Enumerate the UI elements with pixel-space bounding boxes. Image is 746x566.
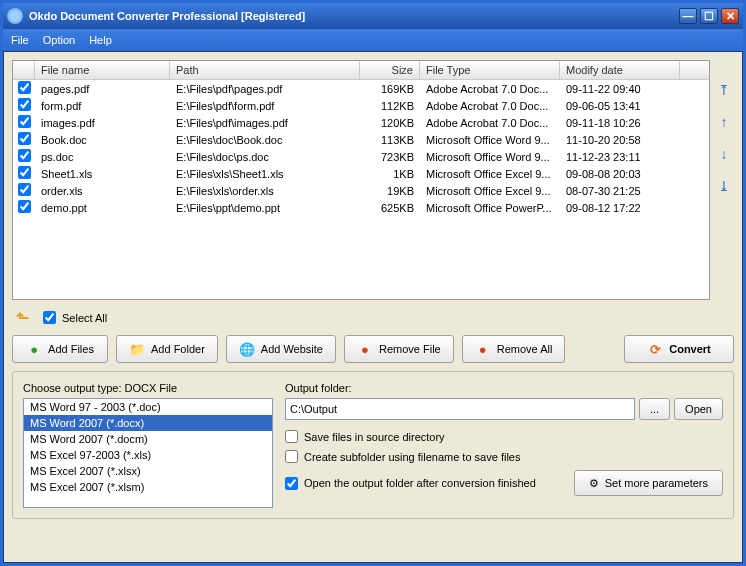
file-path: E:\Files\pdf\images.pdf (170, 116, 360, 130)
file-size: 113KB (360, 133, 420, 147)
add-files-button[interactable]: ●Add Files (12, 335, 108, 363)
create-subfolder-label: Create subfolder using filename to save … (304, 451, 520, 463)
file-list: File name Path Size File Type Modify dat… (12, 60, 710, 300)
close-button[interactable]: ✕ (721, 8, 739, 24)
convert-icon: ⟳ (647, 341, 663, 357)
convert-button[interactable]: ⟳Convert (624, 335, 734, 363)
file-date: 09-08-08 20:03 (560, 167, 680, 181)
file-type: Microsoft Office PowerP... (420, 201, 560, 215)
table-row[interactable]: Sheet1.xlsE:\Files\xls\Sheet1.xls1KBMicr… (13, 165, 709, 182)
file-checkbox[interactable] (18, 98, 31, 111)
file-size: 120KB (360, 116, 420, 130)
col-path[interactable]: Path (170, 61, 360, 79)
content-area: File name Path Size File Type Modify dat… (3, 51, 743, 563)
folder-up-icon[interactable]: ⬑ (16, 308, 29, 327)
output-type-option[interactable]: MS Excel 2007 (*.xlsx) (24, 463, 272, 479)
file-size: 1KB (360, 167, 420, 181)
file-name: Book.doc (35, 133, 170, 147)
file-type: Microsoft Office Word 9... (420, 133, 560, 147)
file-type: Microsoft Office Word 9... (420, 150, 560, 164)
open-after-label: Open the output folder after conversion … (304, 477, 536, 489)
output-type-option[interactable]: MS Excel 97-2003 (*.xls) (24, 447, 272, 463)
set-more-parameters-button[interactable]: ⚙Set more parameters (574, 470, 723, 496)
titlebar: Okdo Document Converter Professional [Re… (3, 3, 743, 29)
file-date: 09-06-05 13:41 (560, 99, 680, 113)
remove-file-button[interactable]: ●Remove File (344, 335, 454, 363)
file-name: demo.ppt (35, 201, 170, 215)
add-website-button[interactable]: 🌐Add Website (226, 335, 336, 363)
save-in-source-label: Save files in source directory (304, 431, 445, 443)
col-name[interactable]: File name (35, 61, 170, 79)
app-logo-icon (7, 8, 23, 24)
file-checkbox[interactable] (18, 200, 31, 213)
col-type[interactable]: File Type (420, 61, 560, 79)
reorder-buttons: ⤒ ↑ ↓ ⤓ (714, 60, 734, 300)
minus-icon: ● (357, 341, 373, 357)
col-date[interactable]: Modify date (560, 61, 680, 79)
select-all-checkbox[interactable] (43, 311, 56, 324)
file-path: E:\Files\pdf\form.pdf (170, 99, 360, 113)
output-type-option[interactable]: MS Excel 2007 (*.xlsm) (24, 479, 272, 495)
file-checkbox[interactable] (18, 149, 31, 162)
file-date: 11-12-23 23:11 (560, 150, 680, 164)
file-path: E:\Files\ppt\demo.ppt (170, 201, 360, 215)
select-all-label: Select All (62, 312, 107, 324)
file-size: 19KB (360, 184, 420, 198)
table-row[interactable]: order.xlsE:\Files\xls\order.xls19KBMicro… (13, 182, 709, 199)
file-size: 112KB (360, 99, 420, 113)
table-row[interactable]: ps.docE:\Files\doc\ps.doc723KBMicrosoft … (13, 148, 709, 165)
output-type-option[interactable]: MS Word 2007 (*.docx) (24, 415, 272, 431)
maximize-button[interactable]: ☐ (700, 8, 718, 24)
file-checkbox[interactable] (18, 115, 31, 128)
gear-icon: ⚙ (589, 477, 599, 490)
output-folder-input[interactable] (285, 398, 635, 420)
menu-option[interactable]: Option (43, 34, 75, 46)
file-path: E:\Files\pdf\pages.pdf (170, 82, 360, 96)
create-subfolder-checkbox[interactable] (285, 450, 298, 463)
file-name: Sheet1.xls (35, 167, 170, 181)
file-checkbox[interactable] (18, 132, 31, 145)
output-type-option[interactable]: MS Word 97 - 2003 (*.doc) (24, 399, 272, 415)
file-checkbox[interactable] (18, 81, 31, 94)
file-name: images.pdf (35, 116, 170, 130)
file-name: order.xls (35, 184, 170, 198)
table-row[interactable]: images.pdfE:\Files\pdf\images.pdf120KBAd… (13, 114, 709, 131)
table-row[interactable]: pages.pdfE:\Files\pdf\pages.pdf169KBAdob… (13, 80, 709, 97)
file-checkbox[interactable] (18, 166, 31, 179)
output-type-label: Choose output type: DOCX File (23, 382, 273, 394)
file-type: Microsoft Office Excel 9... (420, 184, 560, 198)
file-checkbox[interactable] (18, 183, 31, 196)
browse-button[interactable]: ... (639, 398, 670, 420)
move-bottom-button[interactable]: ⤓ (714, 176, 734, 196)
save-in-source-checkbox[interactable] (285, 430, 298, 443)
file-path: E:\Files\xls\order.xls (170, 184, 360, 198)
file-date: 09-11-22 09:40 (560, 82, 680, 96)
move-down-button[interactable]: ↓ (714, 144, 734, 164)
menu-help[interactable]: Help (89, 34, 112, 46)
file-date: 08-07-30 21:25 (560, 184, 680, 198)
table-row[interactable]: form.pdfE:\Files\pdf\form.pdf112KBAdobe … (13, 97, 709, 114)
output-type-listbox[interactable]: MS Word 97 - 2003 (*.doc)MS Word 2007 (*… (23, 398, 273, 508)
output-folder-label: Output folder: (285, 382, 723, 394)
menu-file[interactable]: File (11, 34, 29, 46)
table-row[interactable]: Book.docE:\Files\doc\Book.doc113KBMicros… (13, 131, 709, 148)
move-top-button[interactable]: ⤒ (714, 80, 734, 100)
table-row[interactable]: demo.pptE:\Files\ppt\demo.ppt625KBMicros… (13, 199, 709, 216)
folder-icon: 📁 (129, 341, 145, 357)
file-path: E:\Files\doc\Book.doc (170, 133, 360, 147)
menubar: File Option Help (3, 29, 743, 51)
window-title: Okdo Document Converter Professional [Re… (29, 10, 679, 22)
col-size[interactable]: Size (360, 61, 420, 79)
output-type-option[interactable]: MS Word 2007 (*.docm) (24, 431, 272, 447)
file-date: 11-10-20 20:58 (560, 133, 680, 147)
open-folder-button[interactable]: Open (674, 398, 723, 420)
move-up-button[interactable]: ↑ (714, 112, 734, 132)
remove-all-button[interactable]: ●Remove All (462, 335, 566, 363)
open-after-checkbox[interactable] (285, 477, 298, 490)
add-folder-button[interactable]: 📁Add Folder (116, 335, 218, 363)
file-size: 169KB (360, 82, 420, 96)
minimize-button[interactable]: — (679, 8, 697, 24)
app-window: Okdo Document Converter Professional [Re… (0, 0, 746, 566)
file-name: ps.doc (35, 150, 170, 164)
file-list-header: File name Path Size File Type Modify dat… (13, 61, 709, 80)
